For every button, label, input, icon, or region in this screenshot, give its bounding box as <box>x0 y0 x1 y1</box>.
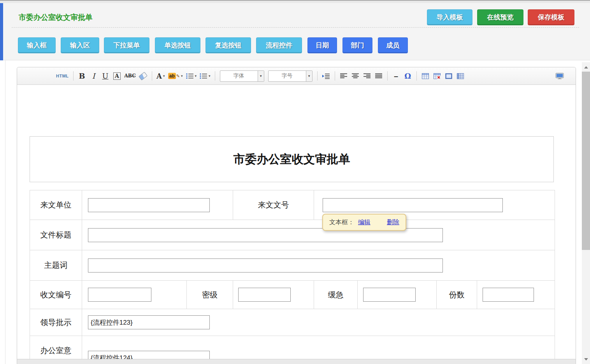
delete-control-link[interactable]: 删除 <box>387 218 399 227</box>
html-source-button[interactable]: HTML <box>54 70 70 81</box>
copies-label: 份数 <box>437 290 477 300</box>
bold-button[interactable]: B <box>76 70 88 81</box>
font-family-select[interactable]: 字体 ▼ <box>220 70 264 82</box>
form-title-box: 市委办公室收文审批单 <box>30 136 554 182</box>
align-left-icon <box>340 73 347 79</box>
table-row: 收文编号 密级 缓急 份数 <box>30 281 555 309</box>
add-checkbox-button[interactable]: 复选按钮 <box>205 37 251 53</box>
secrecy-input[interactable] <box>238 288 291 302</box>
text-color-button[interactable]: A ▾ <box>155 70 167 81</box>
leader-remarks-input[interactable] <box>88 315 210 329</box>
screen: 市委办公室收文审批单 导入模板 在线预览 保存模板 输入框 输入区 下拉菜单 单… <box>0 0 590 364</box>
highlight-color-button[interactable]: ab ✎ ▾ <box>167 70 184 81</box>
italic-button[interactable]: I <box>88 70 100 81</box>
align-right-icon <box>363 73 371 79</box>
add-flow-control-button[interactable]: 流程控件 <box>256 37 302 53</box>
urgency-label: 缓急 <box>314 290 357 300</box>
table-cell: 领导批示 <box>30 309 82 336</box>
table-cell: 来文文号 <box>233 190 314 220</box>
align-left-button[interactable] <box>338 70 349 81</box>
editor-toolbar: HTML B I U A ABC A ▾ ab ✎ ▾ <box>17 67 576 85</box>
caret-down-icon: ▾ <box>195 74 197 78</box>
add-input-button[interactable]: 输入框 <box>18 37 56 53</box>
form-title: 市委办公室收文审批单 <box>234 151 350 167</box>
caret-down-icon: ▾ <box>181 74 183 78</box>
ordered-list-icon <box>186 73 194 79</box>
toolbar-separator <box>335 71 335 81</box>
table-cell: 办公室意 <box>30 336 82 359</box>
unordered-list-button[interactable]: ▾ <box>198 70 212 81</box>
table-cell: 密级 <box>187 281 233 309</box>
editor-canvas[interactable]: 市委办公室收文审批单 来文单位 来文文号 文件标题 <box>17 85 576 359</box>
add-radio-button[interactable]: 单选按钮 <box>155 37 200 53</box>
table-cell <box>358 281 437 309</box>
table-row: 主题词 <box>30 250 555 281</box>
toolbar-separator <box>317 71 318 81</box>
insert-table-icon <box>422 73 429 79</box>
table-cell <box>477 281 555 309</box>
boxed-a-icon: A <box>113 72 121 80</box>
vertical-scrollbar[interactable] <box>582 62 590 364</box>
save-template-button[interactable]: 保存模板 <box>528 9 574 25</box>
table-cell: 收文编号 <box>30 281 82 309</box>
eraser-icon <box>139 72 148 80</box>
table-cell <box>82 190 233 220</box>
delete-table-button[interactable] <box>431 70 443 81</box>
subject-words-input[interactable] <box>88 258 443 273</box>
align-center-button[interactable] <box>349 70 361 81</box>
font-size-select[interactable]: 字号 ▼ <box>268 70 313 82</box>
scroll-down-button[interactable] <box>582 356 590 362</box>
add-dropdown-button[interactable]: 下拉菜单 <box>104 37 149 53</box>
font-family-label: 字体 <box>220 71 258 81</box>
toolbar-separator <box>416 71 417 81</box>
add-member-button[interactable]: 成员 <box>378 37 408 53</box>
edit-control-link[interactable]: 编辑 <box>358 218 371 227</box>
copies-input[interactable] <box>483 288 534 302</box>
insert-table-button[interactable] <box>420 70 431 81</box>
cell-properties-button[interactable] <box>455 70 466 81</box>
align-right-button[interactable] <box>361 70 373 81</box>
add-department-button[interactable]: 部门 <box>342 37 372 53</box>
control-tooltip: 文本框： 编辑 删除 <box>322 214 406 231</box>
strikethrough-button[interactable]: ABC <box>123 70 137 81</box>
align-justify-button[interactable] <box>373 70 385 81</box>
table-row: 办公室意 <box>30 336 555 359</box>
subject-words-label: 主题词 <box>30 260 82 271</box>
arrow-up-icon <box>584 66 588 69</box>
ordered-list-button[interactable]: ▾ <box>184 70 198 81</box>
incoming-unit-input[interactable] <box>88 198 210 212</box>
special-char-button[interactable]: Ω <box>402 70 414 81</box>
highlight-icon: ab <box>168 73 176 79</box>
table-row: 领导批示 <box>30 309 555 336</box>
fullscreen-button[interactable] <box>554 70 565 81</box>
receipt-no-label: 收文编号 <box>30 290 82 300</box>
window-left-edge <box>0 3 3 60</box>
table-cell <box>82 336 555 359</box>
table-cell: 份数 <box>437 281 477 309</box>
editor-statusbar[interactable] <box>17 359 576 364</box>
table-cell: 主题词 <box>30 250 82 281</box>
scrollbar-thumb[interactable] <box>582 72 590 250</box>
horizontal-rule-button[interactable]: — <box>390 70 402 81</box>
toolbar-separator <box>152 71 152 81</box>
urgency-input[interactable] <box>363 288 416 302</box>
panel-left-border <box>5 60 5 364</box>
page-header: 市委办公室收文审批单 导入模板 在线预览 保存模板 输入框 输入区 下拉菜单 单… <box>3 3 590 60</box>
header-divider <box>12 27 579 28</box>
table-row: 来文单位 来文文号 <box>30 190 555 220</box>
indent-icon <box>322 73 330 79</box>
add-date-button[interactable]: 日期 <box>307 37 337 53</box>
table-cell: 来文单位 <box>30 190 82 220</box>
import-template-button[interactable]: 导入模板 <box>427 9 472 25</box>
table-properties-button[interactable] <box>443 70 455 81</box>
incoming-no-input[interactable] <box>323 198 503 212</box>
receipt-no-input[interactable] <box>88 288 151 302</box>
indent-button[interactable] <box>320 70 332 81</box>
remove-format-button[interactable] <box>137 70 149 81</box>
office-opinion-input[interactable] <box>88 351 210 359</box>
scroll-up-button[interactable] <box>582 64 590 70</box>
online-preview-button[interactable]: 在线预览 <box>477 9 523 25</box>
underline-button[interactable]: U <box>100 70 111 81</box>
add-textarea-button[interactable]: 输入区 <box>61 37 99 53</box>
font-attributes-button[interactable]: A <box>111 70 123 81</box>
